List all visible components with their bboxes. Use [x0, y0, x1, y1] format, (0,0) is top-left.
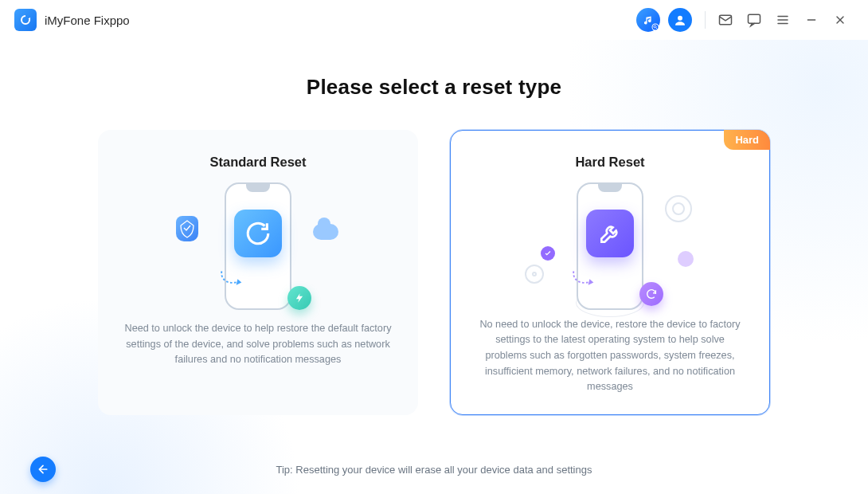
footer: Tip: Resetting your device will erase al…: [0, 445, 868, 494]
svg-point-5: [678, 16, 682, 21]
footer-tip: Tip: Resetting your device will erase al…: [276, 464, 592, 476]
standard-illustration: [190, 179, 326, 315]
svg-rect-7: [749, 14, 760, 23]
cards-row: Standard Reset Need to unlock the de: [98, 130, 770, 415]
sync-icon: [639, 282, 663, 306]
shield-icon: [176, 216, 198, 241]
card-hard-reset[interactable]: Hard Hard Reset: [450, 130, 770, 415]
svg-marker-14: [237, 279, 242, 285]
restore-icon: [234, 210, 282, 257]
app-title: iMyFone Fixppo: [45, 14, 130, 27]
cloud-icon: [313, 224, 338, 240]
arrow-icon-2: [569, 269, 596, 292]
gear-icon-2: [525, 265, 544, 284]
close-button[interactable]: [827, 6, 854, 33]
arrow-icon: [217, 269, 244, 292]
titlebar-divider: [705, 11, 706, 29]
titlebar-right: [635, 6, 854, 33]
card-standard-reset[interactable]: Standard Reset Need to unlock the de: [98, 130, 418, 415]
svg-marker-15: [588, 279, 594, 285]
app-window: iMyFone Fixppo: [0, 0, 868, 494]
titlebar: iMyFone Fixppo: [0, 0, 868, 40]
card-hard-title: Hard Reset: [575, 155, 644, 170]
itunes-icon[interactable]: [635, 6, 662, 33]
check-dot-icon: [541, 246, 555, 261]
card-hard-desc: No need to unlock the device, restore th…: [473, 317, 747, 395]
menu-icon[interactable]: [769, 6, 796, 33]
minimize-button[interactable]: [798, 6, 825, 33]
gear-icon: [665, 195, 692, 222]
back-button[interactable]: [30, 457, 56, 482]
card-standard-desc: Need to unlock the device to help restor…: [121, 321, 395, 368]
feedback-icon[interactable]: [741, 6, 768, 33]
dot-icon: [678, 251, 694, 267]
hard-badge: Hard: [724, 130, 770, 150]
lightning-icon: [287, 286, 311, 310]
content-area: Please select a reset type Standard Rese…: [0, 40, 868, 494]
wrench-icon: [586, 210, 634, 257]
card-standard-title: Standard Reset: [209, 155, 306, 170]
hard-illustration: [542, 179, 678, 311]
app-logo-icon: [14, 9, 37, 31]
mail-icon[interactable]: [712, 6, 739, 33]
account-icon[interactable]: [667, 6, 694, 33]
titlebar-left: iMyFone Fixppo: [14, 9, 130, 31]
page-heading: Please select a reset type: [307, 75, 561, 100]
